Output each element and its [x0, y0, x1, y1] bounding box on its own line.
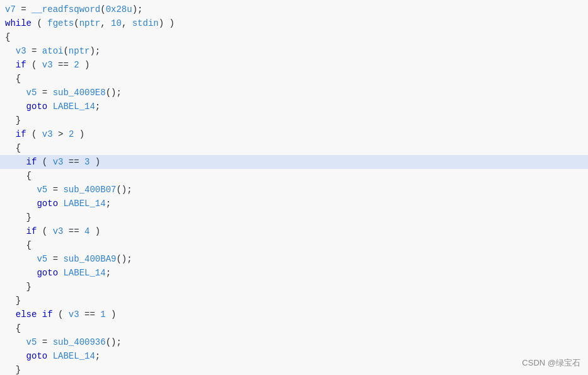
code-line: v5 = sub_400BA9(); [0, 252, 588, 266]
code-line: } [0, 113, 588, 127]
code-line: if ( v3 == 2 ) [0, 58, 588, 72]
code-line: if ( v3 > 2 ) [0, 127, 588, 141]
code-line: v7 = __readfsqword(0x28u); [0, 3, 588, 16]
code-line: goto LABEL_14; [0, 197, 588, 211]
code-block: v7 = __readfsqword(0x28u);while ( fgets(… [0, 0, 588, 375]
code-line: if ( v3 == 4 ) [0, 224, 588, 238]
code-line: } [0, 294, 588, 308]
code-line: } [0, 363, 588, 375]
code-line: { [0, 238, 588, 252]
code-line: goto LABEL_14; [0, 349, 588, 363]
code-line: if ( v3 == 3 ) [0, 155, 588, 169]
code-line: { [0, 169, 588, 183]
code-line: v5 = sub_4009E8(); [0, 86, 588, 100]
code-line: v3 = atoi(nptr); [0, 44, 588, 58]
code-line: { [0, 72, 588, 86]
code-line: } [0, 280, 588, 294]
code-line: v5 = sub_400B07(); [0, 183, 588, 197]
code-line: while ( fgets(nptr, 10, stdin) ) [0, 16, 588, 30]
watermark: CSDN @绿宝石 [522, 356, 580, 370]
code-line: { [0, 321, 588, 335]
code-line: goto LABEL_14; [0, 266, 588, 280]
code-line: goto LABEL_14; [0, 100, 588, 113]
code-line: { [0, 141, 588, 155]
code-line: { [0, 30, 588, 44]
code-line: v5 = sub_400936(); [0, 335, 588, 349]
code-line: else if ( v3 == 1 ) [0, 308, 588, 321]
code-viewer: v7 = __readfsqword(0x28u);while ( fgets(… [0, 0, 588, 375]
code-line: } [0, 211, 588, 224]
